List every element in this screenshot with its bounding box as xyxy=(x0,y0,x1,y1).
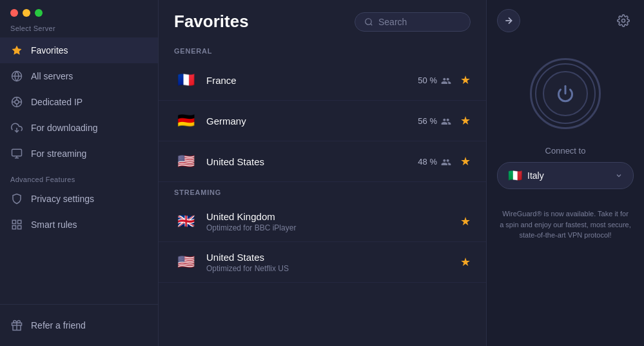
search-box[interactable] xyxy=(355,12,471,32)
sidebar-item-smart-rules[interactable]: Smart rules xyxy=(0,212,158,238)
grid-icon xyxy=(10,218,23,231)
svg-point-22 xyxy=(622,19,625,23)
sidebar-item-favorites-label: Favorites xyxy=(31,45,68,56)
server-list: GENERAL 🇫🇷 France 50 % ★ 🇩🇪 Germany 56 % xyxy=(159,41,486,346)
select-server-label: Select Server xyxy=(0,23,158,37)
settings-button[interactable] xyxy=(613,10,634,31)
sidebar-item-all-servers-label: All servers xyxy=(31,71,73,81)
traffic-lights xyxy=(0,0,158,23)
main-content: Favorites GENERAL 🇫🇷 France 50 % ★ xyxy=(158,0,486,346)
uk-flag: 🇬🇧 xyxy=(174,210,197,233)
general-section-header: GENERAL xyxy=(159,41,486,60)
server-item-uk-streaming[interactable]: 🇬🇧 United Kingdom Optimized for BBC iPla… xyxy=(159,201,486,242)
gift-icon xyxy=(10,319,23,332)
sidebar-item-privacy-settings-label: Privacy settings xyxy=(31,194,94,204)
sidebar-item-all-servers[interactable]: All servers xyxy=(0,63,158,89)
sidebar-bottom: Refer a friend xyxy=(0,304,158,346)
svg-point-19 xyxy=(366,18,371,24)
sidebar-item-favorites[interactable]: Favorites xyxy=(0,37,158,63)
sidebar-item-dedicated-ip-label: Dedicated IP xyxy=(31,97,83,107)
traffic-light-fullscreen[interactable] xyxy=(35,9,43,17)
people-icon xyxy=(441,116,451,125)
us-stream-flag: 🇺🇸 xyxy=(174,250,197,274)
chevron-down-icon xyxy=(615,172,623,179)
france-load: 50 % xyxy=(418,76,451,85)
sidebar: Select Server Favorites All servers xyxy=(0,0,158,346)
search-icon xyxy=(364,17,373,26)
main-header: Favorites xyxy=(159,0,486,41)
svg-point-4 xyxy=(15,100,19,104)
people-icon xyxy=(441,76,451,85)
wireguard-text: WireGuard® is now available. Take it for… xyxy=(497,209,634,241)
right-panel: Connect to 🇮🇹 Italy WireGuard® is now av… xyxy=(486,0,644,346)
navigate-button[interactable] xyxy=(497,9,520,32)
monitor-icon xyxy=(10,147,23,160)
sidebar-item-smart-rules-label: Smart rules xyxy=(31,219,77,230)
svg-rect-13 xyxy=(12,220,15,223)
page-title: Favorites xyxy=(174,12,249,32)
star-icon xyxy=(10,44,23,57)
location-name: Italy xyxy=(527,170,610,181)
power-icon xyxy=(556,85,574,103)
france-flag: 🇫🇷 xyxy=(174,68,197,92)
sidebar-item-for-downloading-label: For downloading xyxy=(31,123,98,133)
us-gen-load: 48 % xyxy=(418,157,451,167)
svg-rect-15 xyxy=(12,226,15,229)
us-stream-name: United States xyxy=(206,252,451,263)
us-stream-sub: Optimized for Netflix US xyxy=(206,264,451,273)
location-flag: 🇮🇹 xyxy=(508,168,522,183)
traffic-light-minimize[interactable] xyxy=(23,9,30,17)
sidebar-item-dedicated-ip[interactable]: Dedicated IP xyxy=(0,89,158,115)
globe-icon xyxy=(10,70,23,83)
advanced-features-label: Advanced Features xyxy=(0,167,158,186)
us-stream-star[interactable]: ★ xyxy=(460,255,471,269)
people-icon xyxy=(441,157,451,166)
france-name: France xyxy=(206,75,409,86)
panel-top-row xyxy=(497,9,634,32)
us-gen-flag: 🇺🇸 xyxy=(174,150,197,173)
shield-icon xyxy=(10,192,23,205)
germany-star[interactable]: ★ xyxy=(460,114,471,128)
germany-flag: 🇩🇪 xyxy=(174,109,197,132)
germany-name: Germany xyxy=(206,116,409,127)
power-button-inner xyxy=(543,71,588,116)
svg-line-20 xyxy=(371,23,373,25)
server-item-france[interactable]: 🇫🇷 France 50 % ★ xyxy=(159,60,486,101)
svg-rect-10 xyxy=(12,149,22,156)
power-ring[interactable] xyxy=(530,58,601,129)
uk-sub: Optimized for BBC iPlayer xyxy=(206,223,451,232)
sidebar-item-for-streaming[interactable]: For streaming xyxy=(0,141,158,167)
france-star[interactable]: ★ xyxy=(460,73,471,87)
sidebar-nav: Favorites All servers xyxy=(0,37,158,304)
sidebar-item-privacy-settings[interactable]: Privacy settings xyxy=(0,186,158,212)
svg-rect-14 xyxy=(18,220,21,223)
sidebar-item-for-downloading[interactable]: For downloading xyxy=(0,115,158,141)
sidebar-item-refer-friend[interactable]: Refer a friend xyxy=(10,314,148,337)
svg-rect-16 xyxy=(18,226,21,229)
uk-star[interactable]: ★ xyxy=(460,214,471,229)
location-dropdown[interactable]: 🇮🇹 Italy xyxy=(497,162,634,189)
us-gen-star[interactable]: ★ xyxy=(460,154,471,168)
search-input[interactable] xyxy=(378,17,461,27)
connect-to-label: Connect to xyxy=(545,146,586,156)
streaming-section-header: STREAMING xyxy=(159,182,486,201)
traffic-light-close[interactable] xyxy=(10,9,18,17)
svg-marker-0 xyxy=(12,46,22,55)
sidebar-item-for-streaming-label: For streaming xyxy=(31,148,86,159)
dedicated-ip-icon xyxy=(10,96,23,108)
download-cloud-icon xyxy=(10,121,23,134)
us-gen-name: United States xyxy=(206,156,409,167)
server-item-germany[interactable]: 🇩🇪 Germany 56 % ★ xyxy=(159,101,486,141)
sidebar-item-refer-friend-label: Refer a friend xyxy=(31,320,86,331)
server-item-us-streaming[interactable]: 🇺🇸 United States Optimized for Netflix U… xyxy=(159,242,486,283)
server-item-united-states-general[interactable]: 🇺🇸 United States 48 % ★ xyxy=(159,141,486,182)
uk-name: United Kingdom xyxy=(206,211,451,222)
germany-load: 56 % xyxy=(418,116,451,126)
